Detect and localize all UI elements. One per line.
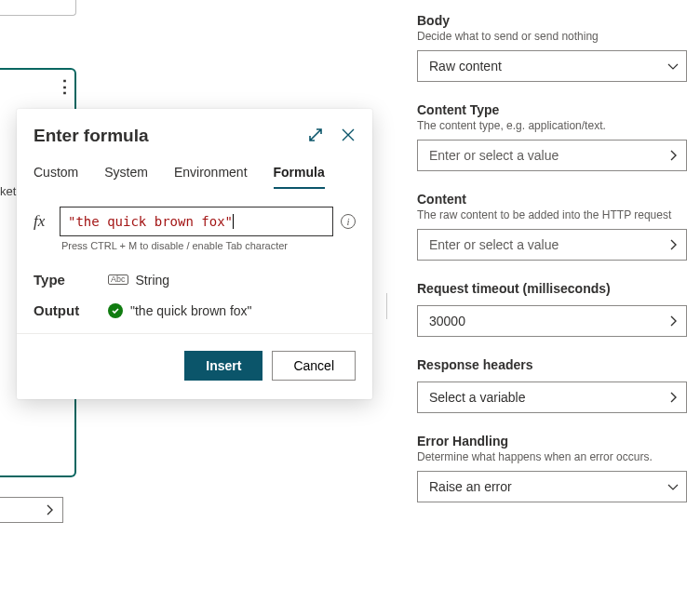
field-description: Decide what to send or send nothing — [417, 30, 687, 43]
field-description: Determine what happens when an error occ… — [417, 450, 687, 463]
success-check-icon — [108, 303, 123, 318]
chevron-right-icon — [667, 392, 679, 403]
field-description: The content type, e.g. application/text. — [417, 119, 687, 132]
select-placeholder: Enter or select a value — [429, 237, 559, 252]
field-description: The raw content to be added into the HTT… — [417, 208, 687, 221]
close-icon[interactable] — [341, 127, 356, 145]
chevron-down-icon — [667, 60, 679, 72]
select-placeholder: Enter or select a value — [429, 148, 559, 163]
formula-input[interactable]: "the quick brown fox" — [60, 207, 333, 236]
field-timeout: Request timeout (milliseconds) 30000 — [417, 281, 687, 337]
field-content: Content The raw content to be added into… — [417, 192, 687, 261]
output-value: "the quick brown fox" — [130, 303, 252, 318]
enter-formula-dialog: Enter formula Custom System Environment … — [17, 109, 372, 399]
error-handling-select[interactable]: Raise an error — [417, 471, 687, 502]
field-label: Response headers — [417, 357, 687, 372]
expand-icon[interactable] — [307, 127, 324, 146]
timeout-input[interactable]: 30000 — [417, 305, 687, 337]
dialog-divider — [17, 333, 372, 334]
formula-hint: Press CTRL + M to disable / enable Tab c… — [61, 240, 356, 251]
string-type-icon: Abc — [108, 274, 128, 286]
fx-label: fx — [34, 212, 52, 231]
tab-custom[interactable]: Custom — [34, 165, 78, 189]
field-label: Request timeout (milliseconds) — [417, 281, 687, 296]
field-content-type: Content Type The content type, e.g. appl… — [417, 102, 687, 171]
content-type-input[interactable]: Enter or select a value — [417, 140, 687, 171]
bg-card-stub-top — [0, 0, 76, 16]
field-body: Body Decide what to send or send nothing… — [417, 13, 687, 82]
chevron-right-icon — [667, 150, 679, 161]
field-label: Content Type — [417, 102, 687, 117]
text-caret — [233, 214, 234, 229]
properties-panel: Body Decide what to send or send nothing… — [389, 0, 700, 523]
more-icon[interactable]: ⋮ — [56, 86, 74, 89]
cancel-button[interactable]: Cancel — [272, 351, 356, 381]
dialog-title: Enter formula — [34, 126, 149, 146]
chevron-right-icon — [667, 315, 679, 327]
select-placeholder: Select a variable — [429, 390, 526, 405]
select-value: Raise an error — [429, 479, 512, 494]
field-response-headers: Response headers Select a variable — [417, 357, 687, 413]
vertical-separator — [386, 293, 387, 319]
bg-chevron-box[interactable] — [0, 497, 63, 523]
field-label: Error Handling — [417, 434, 687, 448]
output-label: Output — [34, 302, 108, 318]
field-label: Body — [417, 13, 687, 28]
chevron-down-icon — [667, 481, 679, 492]
select-value: 30000 — [429, 314, 465, 328]
response-headers-select[interactable]: Select a variable — [417, 382, 687, 413]
tab-environment[interactable]: Environment — [174, 165, 248, 189]
insert-button[interactable]: Insert — [184, 351, 262, 381]
chevron-right-icon — [44, 504, 55, 515]
type-label: Type — [34, 272, 108, 288]
tab-formula[interactable]: Formula — [274, 165, 325, 189]
info-icon[interactable]: i — [341, 214, 356, 229]
bg-text-fragment: ket — [0, 184, 16, 198]
field-label: Content — [417, 192, 687, 207]
dialog-tabs: Custom System Environment Formula — [34, 165, 356, 190]
formula-input-value: "the quick brown fox" — [68, 214, 233, 229]
content-input[interactable]: Enter or select a value — [417, 229, 687, 261]
field-error-handling: Error Handling Determine what happens wh… — [417, 434, 687, 502]
tab-system[interactable]: System — [104, 165, 148, 189]
chevron-right-icon — [667, 239, 679, 250]
type-value: String — [136, 273, 170, 288]
body-select[interactable]: Raw content — [417, 50, 687, 82]
select-value: Raw content — [429, 59, 502, 74]
